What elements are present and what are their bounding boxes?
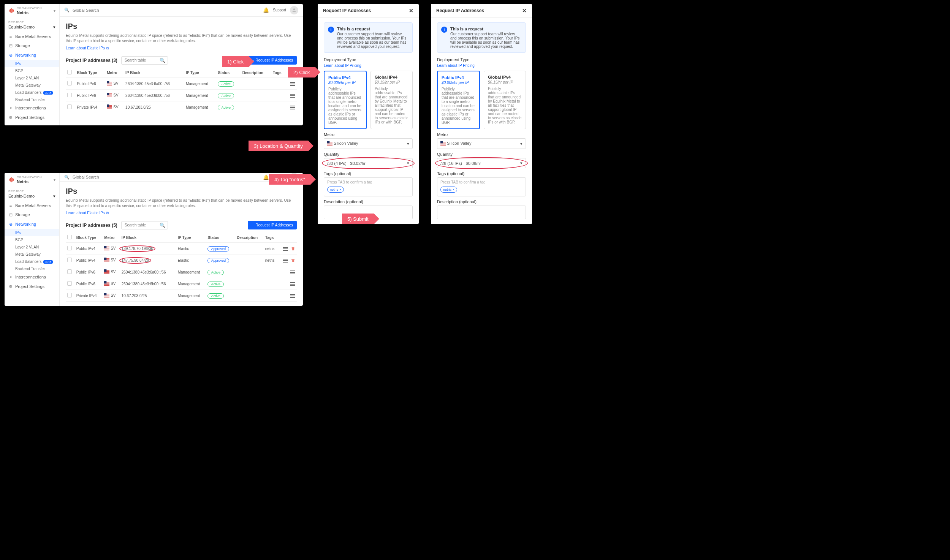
global-search[interactable]: 🔍 bbox=[64, 8, 259, 13]
learn-pricing-link[interactable]: Learn about IP Pricing bbox=[437, 63, 526, 68]
tag-chip[interactable]: netris× bbox=[440, 187, 457, 193]
status-badge: Approved bbox=[207, 258, 229, 263]
row-checkbox[interactable] bbox=[67, 293, 72, 297]
row-checkbox[interactable] bbox=[67, 81, 72, 85]
bell-icon[interactable]: 🔔 bbox=[263, 7, 269, 13]
nav-bgp[interactable]: BGP bbox=[5, 236, 59, 244]
row-menu-icon[interactable] bbox=[283, 259, 288, 263]
nav-interconnections[interactable]: ⚬Interconnections bbox=[5, 103, 59, 113]
row-checkbox[interactable] bbox=[67, 93, 72, 97]
nav-storage[interactable]: ⊟Storage bbox=[5, 210, 59, 220]
nav-project-settings[interactable]: ⚙Project Settings bbox=[5, 282, 59, 291]
nav-networking[interactable]: ⊕Networking bbox=[5, 51, 59, 60]
row-menu-icon[interactable] bbox=[290, 282, 295, 286]
chevron-down-icon: ▾ bbox=[520, 141, 522, 146]
learn-elastic-ips-link[interactable]: Learn about Elastic IPs ⧉ bbox=[66, 46, 109, 50]
nav-l2vlan[interactable]: Layer 2 VLAN bbox=[5, 74, 59, 82]
metro-select[interactable]: Silicon Valley▾ bbox=[437, 138, 526, 149]
remove-tag-icon[interactable]: × bbox=[339, 188, 341, 191]
global-search[interactable]: 🔍 bbox=[64, 174, 259, 180]
row-checkbox[interactable] bbox=[67, 246, 72, 250]
row-menu-icon[interactable] bbox=[290, 294, 295, 298]
delete-icon[interactable]: 🗑 bbox=[291, 258, 295, 263]
org-switcher[interactable]: ORGANIZATIONNetris ▾ bbox=[5, 173, 59, 187]
nav-load-balancers[interactable]: Load BalancersBETA bbox=[5, 258, 59, 265]
tags-input[interactable]: Press TAB to confirm a tag netris× bbox=[437, 177, 526, 196]
nav-ips[interactable]: IPs bbox=[5, 60, 59, 67]
row-checkbox[interactable] bbox=[67, 281, 72, 286]
nav-metal-gw[interactable]: Metal Gateway bbox=[5, 251, 59, 258]
project-switcher[interactable]: Equinix-Demo▾ bbox=[5, 25, 59, 32]
description-input[interactable] bbox=[437, 206, 526, 219]
nav-metal-gw[interactable]: Metal Gateway bbox=[5, 82, 59, 89]
row-menu-icon[interactable] bbox=[290, 271, 295, 274]
deploy-public-ipv4-card[interactable]: Public IPv4 $0.005/hr per IP Publicly ad… bbox=[324, 71, 367, 129]
org-switcher[interactable]: ORGANIZATIONNetris ▾ bbox=[5, 4, 59, 18]
row-menu-icon[interactable] bbox=[283, 247, 288, 251]
svg-rect-1 bbox=[10, 9, 11, 13]
svg-rect-65 bbox=[327, 141, 329, 143]
nav-project-settings[interactable]: ⚙Project Settings bbox=[5, 113, 59, 122]
learn-pricing-link[interactable]: Learn about IP Pricing bbox=[324, 63, 413, 68]
project-switcher[interactable]: Equinix-Demo▾ bbox=[5, 194, 59, 201]
nav-interconnections[interactable]: ⚬Interconnections bbox=[5, 272, 59, 282]
row-menu-icon[interactable] bbox=[290, 106, 295, 109]
global-search-input[interactable] bbox=[72, 8, 259, 13]
remove-tag-icon[interactable]: × bbox=[453, 188, 454, 191]
learn-elastic-ips-link[interactable]: Learn about Elastic IPs ⧉ bbox=[66, 211, 109, 215]
search-icon: 🔍 bbox=[64, 8, 70, 13]
table-row[interactable]: Public IPv6 SV 2604:1380:45e3:6b00::/56 … bbox=[66, 278, 297, 290]
nav-bgp[interactable]: BGP bbox=[5, 67, 59, 74]
callout-4: 4) Tag "netris" bbox=[269, 174, 310, 185]
callout-3: 3) Location & Quantity bbox=[249, 141, 308, 151]
nav-bare-metal[interactable]: ≡Bare Metal Servers bbox=[5, 32, 59, 41]
row-checkbox[interactable] bbox=[67, 269, 72, 274]
server-icon: ≡ bbox=[8, 203, 13, 208]
svg-rect-39 bbox=[104, 261, 109, 261]
avatar[interactable] bbox=[290, 6, 298, 14]
quantity-select[interactable]: /28 (16 IPs) - $0.08/hr▾ bbox=[437, 158, 526, 168]
deploy-global-ipv4-card[interactable]: Global IPv4 $0.15/hr per IP Publicly add… bbox=[484, 71, 526, 129]
row-menu-icon[interactable] bbox=[290, 82, 295, 86]
tags-input[interactable]: Press TAB to confirm a tag netris× bbox=[324, 177, 413, 196]
request-ip-button[interactable]: +Request IP Addresses bbox=[248, 221, 297, 229]
table-row[interactable]: Public IPv6 SV 2604:1380:45e3:6a00::/56 … bbox=[66, 78, 297, 90]
nav-storage[interactable]: ⊟Storage bbox=[5, 41, 59, 51]
svg-rect-75 bbox=[440, 145, 446, 146]
nav-ips[interactable]: IPs bbox=[5, 229, 59, 236]
table-row[interactable]: Private IPv4 SV 10.67.203.0/25 Managemen… bbox=[66, 290, 297, 302]
nav-backend-transfer[interactable]: Backend Transfer bbox=[5, 96, 59, 103]
select-all-checkbox[interactable] bbox=[67, 70, 72, 74]
select-all-checkbox[interactable] bbox=[67, 235, 72, 239]
metro-select[interactable]: Silicon Valley▾ bbox=[324, 138, 413, 149]
request-ip-button[interactable]: +Request IP Addresses bbox=[248, 56, 297, 65]
bell-icon[interactable]: 🔔 bbox=[263, 174, 269, 180]
nav-backend-transfer[interactable]: Backend Transfer bbox=[5, 265, 59, 272]
svg-rect-58 bbox=[104, 297, 109, 297]
close-icon[interactable]: ✕ bbox=[522, 8, 527, 14]
chevron-down-icon: ▾ bbox=[53, 194, 55, 199]
row-checkbox[interactable] bbox=[67, 104, 72, 109]
table-row[interactable]: Private IPv4 SV 10.67.203.0/25 Managemen… bbox=[66, 101, 297, 113]
table-row[interactable]: Public IPv6 SV 2604:1380:45e3:6b00::/56 … bbox=[66, 90, 297, 101]
row-menu-icon[interactable] bbox=[290, 94, 295, 98]
tag-chip[interactable]: netris× bbox=[327, 187, 344, 193]
nav-l2vlan[interactable]: Layer 2 VLAN bbox=[5, 244, 59, 251]
row-checkbox[interactable] bbox=[67, 258, 72, 262]
delete-icon[interactable]: 🗑 bbox=[291, 246, 295, 251]
table-row[interactable]: Public IPv6 SV 2604:1380:45e3:6a00::/56 … bbox=[66, 266, 297, 278]
svg-rect-0 bbox=[9, 10, 10, 12]
deploy-global-ipv4-card[interactable]: Global IPv4 $0.15/hr per IP Publicly add… bbox=[370, 71, 413, 129]
table-search[interactable]: 🔍 bbox=[121, 221, 168, 229]
deploy-public-ipv4-card[interactable]: Public IPv4 $0.005/hr per IP Publicly ad… bbox=[437, 71, 480, 129]
global-search-input[interactable] bbox=[72, 174, 259, 180]
nav-load-balancers[interactable]: Load BalancersBETA bbox=[5, 89, 59, 96]
quantity-select[interactable]: /30 (4 IPs) - $0.02/hr▾ bbox=[324, 158, 413, 168]
table-row[interactable]: Public IPv4 SV 139.178.70.196/30 Elastic… bbox=[66, 243, 297, 255]
close-icon[interactable]: ✕ bbox=[409, 8, 413, 14]
nav-bare-metal[interactable]: ≡Bare Metal Servers bbox=[5, 201, 59, 210]
support-link[interactable]: Support bbox=[273, 8, 286, 12]
table-row[interactable]: Public IPv4 SV 147.75.90.64/28 Elastic A… bbox=[66, 255, 297, 266]
table-search[interactable]: 🔍 bbox=[121, 56, 168, 65]
nav-networking[interactable]: ⊕Networking bbox=[5, 220, 59, 229]
